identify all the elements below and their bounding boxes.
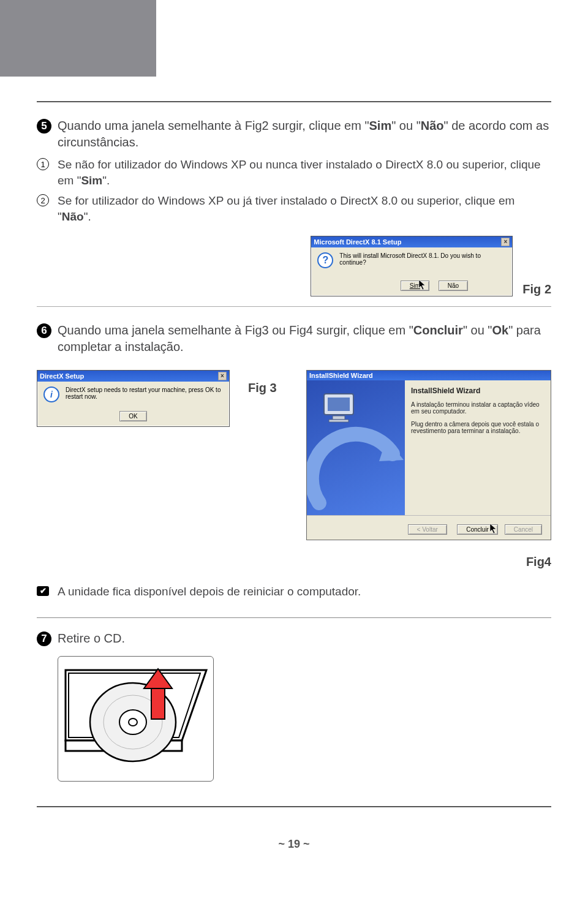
cursor-icon — [418, 279, 427, 290]
question-icon: ? — [317, 252, 333, 268]
page-footer: ~ 19 ~ — [37, 838, 551, 851]
cursor-icon — [489, 523, 498, 534]
substep-1-text: Se não for utilizador do Windows XP ou n… — [58, 157, 551, 188]
text-fragment: ". — [84, 210, 91, 223]
fig2-title-text: Microsoft DirectX 8.1 Setup — [314, 238, 401, 246]
fig3-row: DirectX Setup × i DirectX setup needs to… — [37, 370, 551, 540]
fig4-label: Fig4 — [526, 555, 551, 569]
svg-marker-6 — [490, 524, 496, 533]
cancel-button[interactable]: Cancel — [505, 524, 542, 535]
step-number-5: 5 — [37, 119, 51, 134]
fig3-dialog: DirectX Setup × i DirectX setup needs to… — [37, 370, 230, 427]
step-5-text: Quando uma janela semelhante à Fig2 surg… — [58, 118, 551, 151]
note-text: A unidade fica disponível depois de rein… — [58, 584, 361, 600]
step-6-text: Quando uma janela semelhante à Fig3 ou F… — [58, 322, 551, 355]
divider — [37, 806, 551, 807]
fig2-titlebar: Microsoft DirectX 8.1 Setup × — [311, 236, 512, 247]
wizard-arrow-icon — [307, 417, 405, 515]
svg-rect-14 — [151, 687, 165, 719]
fig3-label: Fig 3 — [248, 381, 277, 395]
text-fragment: Quando uma janela semelhante à Fig3 ou F… — [58, 323, 413, 337]
voltar-button[interactable]: < Voltar — [408, 524, 447, 535]
step-number-7: 7 — [37, 631, 51, 646]
text-fragment: ". — [102, 174, 110, 187]
bold-sim: Sim — [369, 119, 392, 132]
fig4-wizard: InstallShield Wizard InstallShield — [306, 370, 551, 540]
fig2-message: This will install Microsoft DirectX 8.1.… — [339, 252, 506, 266]
bold-nao: Não — [62, 210, 84, 223]
text-fragment: " ou " — [391, 119, 421, 132]
wizard-sidebar — [307, 380, 405, 515]
cd-illustration — [58, 656, 214, 782]
bold-sim: Sim — [81, 174, 102, 187]
fig3-message: DirectX setup needs to restart your mach… — [66, 386, 223, 400]
fig3-titlebar: DirectX Setup × — [37, 371, 229, 382]
wizard-heading: InstallShield Wizard — [411, 386, 545, 395]
step-7-text: Retire o CD. — [58, 630, 125, 647]
step-6: 6 Quando uma janela semelhante à Fig3 ou… — [37, 322, 551, 355]
note-row: ✔ A unidade fica disponível depois de re… — [37, 584, 551, 600]
text-fragment: Quando uma janela semelhante à Fig2 surg… — [58, 119, 369, 132]
wizard-line2: Plug dentro a câmera depois que você est… — [411, 421, 545, 434]
check-icon: ✔ — [37, 586, 49, 596]
bold-concluir: Concluir — [413, 323, 463, 337]
svg-rect-2 — [328, 398, 350, 411]
fig3-title-text: DirectX Setup — [40, 372, 84, 380]
ok-button[interactable]: OK — [119, 411, 146, 421]
info-icon: i — [43, 386, 59, 402]
close-icon[interactable]: × — [218, 372, 227, 380]
fig4-label-row: Fig4 — [37, 555, 551, 569]
nao-button[interactable]: Não — [439, 281, 468, 291]
substep-2: 2 Se for utilizador do Windows XP ou já … — [37, 193, 551, 224]
close-icon[interactable]: × — [501, 238, 510, 246]
text-fragment: " ou " — [463, 323, 492, 337]
substep-number-2: 2 — [37, 194, 49, 206]
header-block — [0, 0, 156, 77]
cd-illustration-wrap — [58, 656, 551, 782]
fig2-row: Microsoft DirectX 8.1 Setup × ? This wil… — [37, 236, 551, 296]
bold-ok: Ok — [492, 323, 508, 337]
substep-1: 1 Se não for utilizador do Windows XP ou… — [37, 157, 551, 188]
svg-marker-0 — [419, 280, 425, 290]
page-content: 5 Quando uma janela semelhante à Fig2 su… — [0, 101, 588, 875]
divider — [37, 617, 551, 618]
wizard-line1: A instalação terminou instalar a captaçã… — [411, 401, 545, 415]
divider — [37, 101, 551, 102]
text-fragment: Se for utilizador do Windows XP ou já ti… — [58, 194, 514, 223]
divider — [37, 306, 551, 307]
fig4-titlebar: InstallShield Wizard — [307, 371, 551, 380]
svg-point-13 — [129, 718, 137, 726]
bold-nao: Não — [421, 119, 444, 132]
fig2-dialog: Microsoft DirectX 8.1 Setup × ? This wil… — [311, 236, 513, 296]
substep-number-1: 1 — [37, 158, 49, 170]
substep-2-text: Se for utilizador do Windows XP ou já ti… — [58, 193, 551, 224]
step-7: 7 Retire o CD. — [37, 630, 551, 647]
fig2-label: Fig 2 — [522, 282, 551, 296]
step-5: 5 Quando uma janela semelhante à Fig2 su… — [37, 118, 551, 151]
text-fragment: Se não for utilizador do Windows XP ou n… — [58, 158, 541, 187]
step-number-6: 6 — [37, 323, 51, 338]
